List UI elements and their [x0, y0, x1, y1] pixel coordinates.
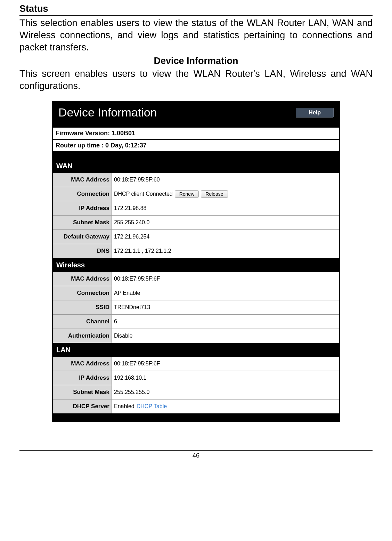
table-row: Channel 6 [53, 314, 339, 329]
table-row: Connection AP Enable [53, 286, 339, 300]
wireless-section-header: Wireless [53, 258, 339, 272]
table-row: MAC Address 00:18:E7:95:5F:60 [53, 173, 339, 187]
lan-dhcp-label: DHCP Server [53, 399, 112, 413]
wl-conn-label: Connection [53, 286, 112, 300]
wl-ssid-label: SSID [53, 300, 112, 314]
firmware-value: 1.00B01 [112, 130, 135, 137]
page-number: 46 [19, 450, 373, 459]
lan-section-header: LAN [53, 343, 339, 357]
table-row: Subnet Mask 255.255.240.0 [53, 215, 339, 229]
lan-ip-value: 192.168.10.1 [112, 371, 339, 385]
lan-mac-value: 00:18:E7:95:5F:6F [112, 357, 339, 371]
table-row: MAC Address 00:18:E7:95:5F:6F [53, 272, 339, 286]
table-row: Authentication Disable [53, 329, 339, 343]
wan-section-header: WAN [53, 159, 339, 173]
wan-subnet-label: Subnet Mask [53, 215, 112, 229]
panel-title: Device Information [58, 106, 157, 119]
release-button[interactable]: Release [201, 190, 228, 198]
lan-ip-label: IP Address [53, 371, 112, 385]
wan-dns-value: 172.21.1.1 , 172.21.1.2 [112, 244, 339, 258]
status-heading: Status [19, 3, 373, 16]
help-button[interactable]: Help [296, 108, 334, 118]
table-row: Subnet Mask 255.255.255.0 [53, 385, 339, 399]
wan-dns-label: DNS [53, 244, 112, 258]
wl-mac-value: 00:18:E7:95:5F:6F [112, 272, 339, 286]
wan-gw-value: 172.21.96.254 [112, 229, 339, 244]
uptime-value: 0 Day, 0:12:37 [105, 142, 147, 149]
device-info-text: This screen enables users to view the WL… [19, 68, 373, 92]
wl-ssid-value: TRENDnet713 [112, 300, 339, 314]
dhcp-table-link[interactable]: DHCP Table [137, 403, 167, 410]
wl-auth-value: Disable [112, 329, 339, 343]
firmware-label: Firmware Version: [56, 130, 112, 137]
table-row: IP Address 172.21.98.88 [53, 201, 339, 215]
status-intro-text: This selection enables users to view the… [19, 17, 373, 54]
wan-subnet-value: 255.255.240.0 [112, 215, 339, 229]
table-row: Connection DHCP client Connected Renew R… [53, 187, 339, 201]
lan-mac-label: MAC Address [53, 357, 112, 371]
lan-subnet-value: 255.255.255.0 [112, 385, 339, 399]
table-row: DNS 172.21.1.1 , 172.21.1.2 [53, 244, 339, 258]
wl-conn-value: AP Enable [112, 286, 339, 300]
firmware-strip: Firmware Version: 1.00B01 [53, 128, 339, 140]
renew-button[interactable]: Renew [175, 190, 199, 198]
table-row: SSID TRENDnet713 [53, 300, 339, 314]
wan-ip-value: 172.21.98.88 [112, 201, 339, 215]
wan-conn-label: Connection [53, 187, 112, 201]
wan-ip-label: IP Address [53, 201, 112, 215]
device-info-panel: Device Information Help Firmware Version… [52, 101, 340, 422]
wl-channel-value: 6 [112, 314, 339, 329]
wl-channel-label: Channel [53, 314, 112, 329]
table-row: IP Address 192.168.10.1 [53, 371, 339, 385]
uptime-label: Router up time : [56, 142, 105, 149]
wan-mac-value: 00:18:E7:95:5F:60 [112, 173, 339, 187]
wan-mac-label: MAC Address [53, 173, 112, 187]
spacer [53, 152, 339, 159]
lan-dhcp-value: Enabled [114, 403, 134, 410]
table-row: Default Gateway 172.21.96.254 [53, 229, 339, 244]
device-info-heading: Device Information [19, 56, 373, 66]
uptime-strip: Router up time : 0 Day, 0:12:37 [53, 140, 339, 152]
wan-conn-value: DHCP client Connected [114, 191, 173, 197]
panel-bottom-bar [53, 413, 339, 421]
wl-auth-label: Authentication [53, 329, 112, 343]
table-row: MAC Address 00:18:E7:95:5F:6F [53, 357, 339, 371]
lan-subnet-label: Subnet Mask [53, 385, 112, 399]
table-row: DHCP Server Enabled DHCP Table [53, 399, 339, 413]
wl-mac-label: MAC Address [53, 272, 112, 286]
wan-gw-label: Default Gateway [53, 229, 112, 244]
